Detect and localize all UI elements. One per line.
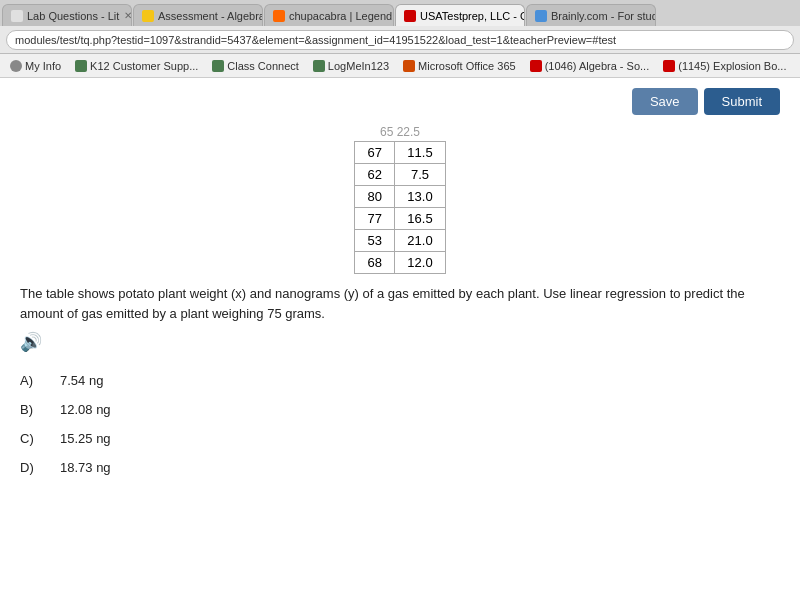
tab-lab-questions[interactable]: Lab Questions - Lit ✕ bbox=[2, 4, 132, 26]
bookmark-icon-algebra bbox=[530, 60, 542, 72]
tab-icon-lab bbox=[11, 10, 23, 22]
bookmark-office365[interactable]: Microsoft Office 365 bbox=[399, 59, 520, 73]
bookmark-icon-office365 bbox=[403, 60, 415, 72]
table-cell-x: 62 bbox=[355, 164, 395, 186]
bookmark-label-explosion: (1145) Explosion Bo... bbox=[678, 60, 786, 72]
tab-usatestprep[interactable]: USATestprep, LLC - Onli ✕ bbox=[395, 4, 525, 26]
tab-bar: Lab Questions - Lit ✕ Assessment - Algeb… bbox=[0, 0, 800, 26]
tab-label-usatestprep: USATestprep, LLC - Onli bbox=[420, 10, 525, 22]
choice-label-b: B) bbox=[20, 402, 60, 417]
choice-label-a: A) bbox=[20, 373, 60, 388]
save-button[interactable]: Save bbox=[632, 88, 698, 115]
tab-icon-chupacabra bbox=[273, 10, 285, 22]
data-table-container: 6711.5627.58013.07716.55321.06812.0 bbox=[20, 141, 780, 274]
answer-choices: A) 7.54 ng B) 12.08 ng C) 15.25 ng D) 18… bbox=[20, 373, 780, 475]
bookmark-label-myinfo: My Info bbox=[25, 60, 61, 72]
bookmark-icon-explosion bbox=[663, 60, 675, 72]
question-text: The table shows potato plant weight (x) … bbox=[20, 284, 760, 323]
table-row: 627.5 bbox=[355, 164, 445, 186]
table-cell-x: 80 bbox=[355, 186, 395, 208]
bookmark-classconnect[interactable]: Class Connect bbox=[208, 59, 303, 73]
choice-text-d: 18.73 ng bbox=[60, 460, 111, 475]
choice-text-b: 12.08 ng bbox=[60, 402, 111, 417]
choice-label-d: D) bbox=[20, 460, 60, 475]
table-row: 7716.5 bbox=[355, 208, 445, 230]
table-row: 8013.0 bbox=[355, 186, 445, 208]
bookmark-icon-k12 bbox=[75, 60, 87, 72]
tab-chupacabra[interactable]: chupacabra | Legend & ✕ bbox=[264, 4, 394, 26]
table-cell-y: 13.0 bbox=[395, 186, 445, 208]
table-cell-x: 77 bbox=[355, 208, 395, 230]
table-cell-x: 53 bbox=[355, 230, 395, 252]
speaker-icon: 🔊 bbox=[20, 331, 42, 353]
bookmark-label-logmein: LogMeIn123 bbox=[328, 60, 389, 72]
table-row: 6711.5 bbox=[355, 142, 445, 164]
tab-label-brainly: Brainly.com - For stude bbox=[551, 10, 656, 22]
tab-label-assessment: Assessment - Algebra I bbox=[158, 10, 263, 22]
tab-assessment[interactable]: Assessment - Algebra I ✕ bbox=[133, 4, 263, 26]
bookmark-k12[interactable]: K12 Customer Supp... bbox=[71, 59, 202, 73]
bookmark-label-classconnect: Class Connect bbox=[227, 60, 299, 72]
bookmark-explosion[interactable]: (1145) Explosion Bo... bbox=[659, 59, 790, 73]
choice-text-c: 15.25 ng bbox=[60, 431, 111, 446]
submit-button[interactable]: Submit bbox=[704, 88, 780, 115]
choice-b[interactable]: B) 12.08 ng bbox=[20, 402, 780, 417]
bookmark-icon-classconnect bbox=[212, 60, 224, 72]
tab-label-chupacabra: chupacabra | Legend & bbox=[289, 10, 394, 22]
tab-icon-usatestprep bbox=[404, 10, 416, 22]
bookmark-label-k12: K12 Customer Supp... bbox=[90, 60, 198, 72]
table-cell-y: 12.0 bbox=[395, 252, 445, 274]
table-row: 6812.0 bbox=[355, 252, 445, 274]
table-cell-y: 21.0 bbox=[395, 230, 445, 252]
table-cell-x: 67 bbox=[355, 142, 395, 164]
table-cell-x: 68 bbox=[355, 252, 395, 274]
tab-close-lab[interactable]: ✕ bbox=[124, 10, 132, 21]
choice-c[interactable]: C) 15.25 ng bbox=[20, 431, 780, 446]
toolbar-row: Save Submit bbox=[20, 88, 780, 115]
bookmark-icon-myinfo bbox=[10, 60, 22, 72]
bookmark-label-algebra: (1046) Algebra - So... bbox=[545, 60, 650, 72]
bookmark-label-office365: Microsoft Office 365 bbox=[418, 60, 516, 72]
tab-brainly[interactable]: Brainly.com - For stude ✕ bbox=[526, 4, 656, 26]
table-cell-y: 16.5 bbox=[395, 208, 445, 230]
choice-a[interactable]: A) 7.54 ng bbox=[20, 373, 780, 388]
address-bar bbox=[0, 26, 800, 54]
bookmark-algebra[interactable]: (1046) Algebra - So... bbox=[526, 59, 654, 73]
tab-icon-brainly bbox=[535, 10, 547, 22]
tab-icon-assessment bbox=[142, 10, 154, 22]
main-content: Save Submit 65 22.5 6711.5627.58013.0771… bbox=[0, 78, 800, 600]
table-cell-y: 11.5 bbox=[395, 142, 445, 164]
table-cell-y: 7.5 bbox=[395, 164, 445, 186]
choice-d[interactable]: D) 18.73 ng bbox=[20, 460, 780, 475]
tab-label-lab: Lab Questions - Lit bbox=[27, 10, 119, 22]
url-input[interactable] bbox=[6, 30, 794, 50]
table-row: 5321.0 bbox=[355, 230, 445, 252]
choice-label-c: C) bbox=[20, 431, 60, 446]
data-table: 6711.5627.58013.07716.55321.06812.0 bbox=[354, 141, 445, 274]
bookmark-icon-logmein bbox=[313, 60, 325, 72]
partial-top-row: 65 22.5 bbox=[20, 125, 780, 139]
choice-text-a: 7.54 ng bbox=[60, 373, 103, 388]
bookmark-logmein[interactable]: LogMeIn123 bbox=[309, 59, 393, 73]
bookmarks-bar: My Info K12 Customer Supp... Class Conne… bbox=[0, 54, 800, 78]
bookmark-myinfo[interactable]: My Info bbox=[6, 59, 65, 73]
audio-button[interactable]: 🔊 bbox=[20, 331, 42, 353]
